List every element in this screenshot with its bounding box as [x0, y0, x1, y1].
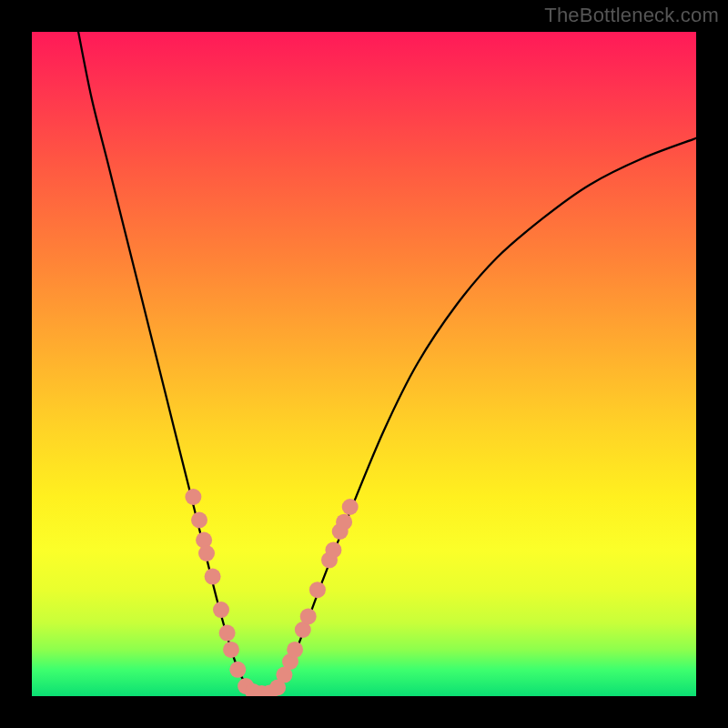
- plot-area: [32, 32, 696, 696]
- highlight-dot: [342, 499, 359, 515]
- highlight-dot: [229, 662, 246, 678]
- highlight-dots: [185, 489, 358, 696]
- chart-frame: TheBottleneck.com: [0, 0, 728, 728]
- highlight-dot: [309, 581, 326, 598]
- highlight-dot: [325, 541, 341, 558]
- highlight-dot: [191, 512, 207, 529]
- highlight-dot: [213, 602, 229, 618]
- highlight-dot: [198, 545, 215, 561]
- curve-layer: [32, 32, 696, 696]
- highlight-dot: [287, 642, 303, 658]
- bottleneck-curve: [78, 32, 696, 694]
- watermark-text: TheBottleneck.com: [544, 4, 719, 27]
- highlight-dot: [219, 625, 236, 642]
- highlight-dot: [223, 642, 239, 658]
- highlight-dot: [185, 489, 201, 505]
- highlight-dot: [336, 514, 352, 531]
- highlight-dot: [205, 569, 221, 585]
- highlight-dot: [300, 608, 317, 624]
